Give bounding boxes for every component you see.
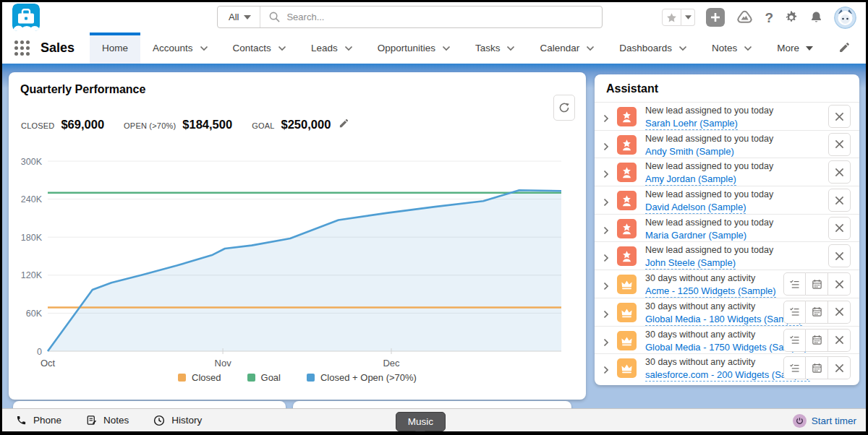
tab-more[interactable]: More <box>765 33 825 64</box>
tab-notes[interactable]: Notes <box>699 33 765 64</box>
start-timer-label: Start timer <box>812 415 856 426</box>
history-icon <box>153 415 165 426</box>
tab-tasks[interactable]: Tasks <box>463 33 528 64</box>
close-button[interactable] <box>828 272 851 296</box>
assistant-card: Assistant New lead assigned to you today… <box>595 74 859 385</box>
assistant-item-actions <box>828 105 851 128</box>
svg-text:Oct: Oct <box>41 358 56 369</box>
close-button[interactable] <box>828 189 851 212</box>
task-button[interactable] <box>783 272 806 296</box>
utility-item-history[interactable]: History <box>153 415 202 426</box>
chevron-right-icon[interactable] <box>603 252 609 265</box>
chevron-down-icon[interactable] <box>586 46 595 51</box>
tab-label: Notes <box>712 43 737 53</box>
opportunity-icon <box>617 275 637 294</box>
assistant-item-link[interactable]: Global Media - 180 Widgets (Sample) <box>645 314 802 326</box>
close-button[interactable] <box>828 160 851 184</box>
favorites-star-icon[interactable] <box>662 9 681 26</box>
assistant-item-text: 30 days without any activityAcme - 1250 … <box>645 272 776 298</box>
task-button[interactable] <box>783 356 806 379</box>
legend-swatch <box>307 374 315 382</box>
assistant-item-link[interactable]: John Steele (Sample) <box>645 257 736 270</box>
event-button[interactable] <box>806 329 828 352</box>
tab-contacts[interactable]: Contacts <box>221 33 299 64</box>
performance-metrics: CLOSED $69,000 OPEN (>70%) $184,500 GOAL… <box>21 118 369 132</box>
chevron-down-icon[interactable] <box>678 46 687 51</box>
nav-tabs: HomeAccountsContactsLeadsOpportunitiesTa… <box>90 33 825 64</box>
close-button[interactable] <box>828 133 851 156</box>
chevron-down-icon[interactable] <box>744 46 752 51</box>
event-button[interactable] <box>806 356 828 379</box>
close-button[interactable] <box>828 105 851 128</box>
assistant-item-text: 30 days without any activityGlobal Media… <box>645 301 802 326</box>
tab-dashboards[interactable]: Dashboards <box>607 33 699 64</box>
music-tooltip: Music <box>396 412 446 431</box>
chevron-right-icon[interactable] <box>603 197 609 210</box>
assistant-item-link[interactable]: David Adelson (Sample) <box>645 202 746 214</box>
chevron-right-icon[interactable] <box>603 168 609 181</box>
dropdown-filled-icon[interactable] <box>806 46 813 51</box>
salesforce-app-logo-icon[interactable] <box>12 4 40 31</box>
chevron-right-icon[interactable] <box>603 113 609 126</box>
assistant-item-link[interactable]: Amy Jordan (Sample) <box>645 173 736 186</box>
tab-accounts[interactable]: Accounts <box>140 33 221 64</box>
chevron-down-icon[interactable] <box>506 46 515 51</box>
chevron-down-icon[interactable] <box>278 46 286 51</box>
favorites-caret-icon[interactable] <box>681 9 695 26</box>
task-button[interactable] <box>783 329 806 352</box>
app-launcher-waffle-icon[interactable] <box>14 40 30 56</box>
chevron-right-icon[interactable] <box>603 364 609 377</box>
search-input[interactable] <box>280 11 602 23</box>
utility-item-notes[interactable]: Notes <box>86 415 129 426</box>
close-button[interactable] <box>828 301 851 324</box>
edit-goal-pencil-icon[interactable] <box>339 118 349 132</box>
tab-calendar[interactable]: Calendar <box>527 33 607 64</box>
assistant-item-link[interactable]: Acme - 1250 Widgets (Sample) <box>645 285 776 298</box>
assistant-item-text: New lead assigned to you todayAmy Jordan… <box>645 160 773 186</box>
start-timer-button[interactable]: Start timer <box>793 409 856 431</box>
chevron-right-icon[interactable] <box>603 337 609 350</box>
event-button[interactable] <box>806 272 828 296</box>
assistant-item-message: 30 days without any activity <box>645 272 776 284</box>
close-button[interactable] <box>828 329 851 352</box>
help-icon[interactable]: ? <box>765 11 773 25</box>
notifications-bell-icon[interactable] <box>809 11 823 25</box>
close-button[interactable] <box>828 244 851 267</box>
setup-gear-icon[interactable] <box>784 10 799 25</box>
event-button[interactable] <box>806 301 828 324</box>
tab-home[interactable]: Home <box>90 33 140 64</box>
chevron-right-icon[interactable] <box>603 225 609 238</box>
tab-leads[interactable]: Leads <box>299 33 365 64</box>
chevron-right-icon[interactable] <box>603 141 609 154</box>
assistant-item-message: 30 days without any activity <box>645 301 802 312</box>
favorites-control <box>662 9 695 26</box>
assistant-item-link[interactable]: Maria Gardner (Sample) <box>645 230 746 242</box>
assistant-item-link[interactable]: Sarah Loehr (Sample) <box>645 118 738 130</box>
svg-text:0: 0 <box>37 347 42 357</box>
refresh-button[interactable] <box>553 95 575 121</box>
search-scope-selector[interactable]: All <box>218 7 260 27</box>
trailhead-icon[interactable] <box>736 10 754 25</box>
assistant-item: 30 days without any activityGlobal Media… <box>595 298 859 326</box>
chevron-right-icon[interactable] <box>603 280 609 293</box>
assistant-item-link[interactable]: Andy Smith (Sample) <box>645 146 734 158</box>
edit-nav-pencil-icon[interactable] <box>838 41 851 56</box>
chevron-right-icon[interactable] <box>603 309 609 322</box>
user-avatar[interactable] <box>834 7 856 29</box>
utility-item-phone[interactable]: Phone <box>16 415 61 426</box>
tab-opportunities[interactable]: Opportunities <box>365 33 463 64</box>
quarterly-performance-card: Quarterly Performance CLOSED $69,000 OPE… <box>9 72 586 400</box>
close-button[interactable] <box>828 356 851 379</box>
chevron-down-icon[interactable] <box>200 46 208 51</box>
legend-label: Goal <box>261 372 281 383</box>
chevron-down-icon <box>244 15 251 20</box>
assistant-item: New lead assigned to you todayDavid Adel… <box>595 186 859 214</box>
task-button[interactable] <box>783 301 806 324</box>
close-button[interactable] <box>828 217 851 240</box>
chevron-down-icon[interactable] <box>442 46 451 51</box>
assistant-item: New lead assigned to you todayAmy Jordan… <box>595 158 859 186</box>
assistant-item-actions <box>783 329 851 352</box>
search-scope-label: All <box>229 12 239 22</box>
global-actions-plus-icon[interactable] <box>706 8 725 27</box>
chevron-down-icon[interactable] <box>344 46 353 51</box>
